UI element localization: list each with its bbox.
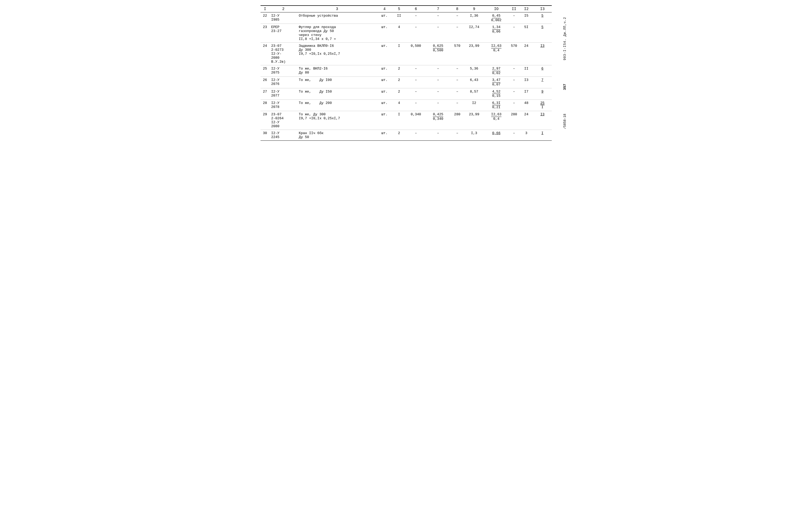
row-col6: – — [406, 88, 426, 100]
row-code: ЕРЕР 23-27 — [270, 24, 297, 43]
row-col11: 280 — [509, 111, 520, 130]
header-col-9: 9 — [464, 5, 484, 12]
table-row: 27 I2-У 2077 То же, Ду I50 шт. 2 – – – 8… — [261, 88, 552, 100]
fraction: 0,625 0,500 — [433, 44, 443, 52]
row-col13: 6 — [533, 65, 552, 77]
row-unit: шт. — [377, 65, 392, 77]
table-row: 30 I2-У 2245 Кран IIч 6бк Ду 50 шт. 2 – … — [261, 130, 552, 140]
row-col10: 4,52 0,15 — [484, 88, 509, 100]
row-unit: шт. — [377, 88, 392, 100]
row-col8: – — [450, 24, 464, 43]
row-code: 23-07 2-0273 I2-У- 2080 В.У.2в) — [270, 43, 297, 65]
header-row: I 2 3 4 5 6 7 8 9 IO II I2 I3 — [261, 5, 552, 12]
row-id: 28 — [261, 100, 270, 111]
fraction: I2,63 0,4 — [491, 44, 502, 52]
row-col10: I2,63 0,4 — [484, 111, 509, 130]
row-col6: 0,340 — [406, 111, 426, 130]
fraction: 1,34 0,06 — [492, 25, 501, 34]
row-col13: 5 — [533, 12, 552, 24]
row-col8: – — [450, 130, 464, 140]
row-unit: шт. — [377, 111, 392, 130]
header-col-12: I2 — [520, 5, 533, 12]
row-col13: I3 — [533, 111, 552, 130]
header-col-1: I — [261, 5, 270, 12]
row-code: I2-У 2075 — [270, 65, 297, 77]
row-id: 29 — [261, 111, 270, 130]
table-row: 26 I2-У 2076 То же, Ду I00 шт. 2 – – – 6… — [261, 77, 552, 88]
fraction: 25 I — [540, 101, 545, 109]
row-col10: 0,66 — [484, 130, 509, 140]
row-unit: шт. — [377, 43, 392, 65]
row-col10: 2,97 0,02 — [484, 65, 509, 77]
row-desc: Кран IIч 6бк Ду 50 — [297, 130, 377, 140]
row-desc: То же, Ду 300 I9,7 +I0,Ix 0,25xI,7 — [297, 111, 377, 130]
row-col7: – — [426, 65, 450, 77]
row-id: 22 — [261, 12, 270, 24]
row-col12: I7 — [520, 88, 533, 100]
row-col12: 3 — [520, 130, 533, 140]
row-col7: – — [426, 77, 450, 88]
row-col9: I2,74 — [464, 24, 484, 43]
row-col8: – — [450, 77, 464, 88]
row-col6: – — [406, 130, 426, 140]
row-col11: – — [509, 24, 520, 43]
row-col13: 5 — [533, 24, 552, 43]
row-col12: 5I — [520, 24, 533, 43]
row-code: I2-У 2077 — [270, 88, 297, 100]
row-col9: 23,99 — [464, 111, 484, 130]
row-col7: – — [426, 88, 450, 100]
row-col6: 0,500 — [406, 43, 426, 65]
row-col5: II — [392, 12, 406, 24]
row-col5: 2 — [392, 65, 406, 77]
row-id: 26 — [261, 77, 270, 88]
row-unit: шт. — [377, 24, 392, 43]
row-id: 25 — [261, 65, 270, 77]
header-col-3: 3 — [297, 5, 377, 12]
row-col8: – — [450, 65, 464, 77]
row-col7: 0,625 0,500 — [426, 43, 450, 65]
row-col8: 280 — [450, 111, 464, 130]
row-col8: – — [450, 88, 464, 100]
header-col-8: 8 — [450, 5, 464, 12]
row-col12: I5 — [520, 12, 533, 24]
row-col5: 2 — [392, 77, 406, 88]
row-col9: 8,57 — [464, 88, 484, 100]
row-code: 23-07 2-0264 I2-У 2080 — [270, 111, 297, 130]
table-row: 28 I2-У 2078 То же, Ду 200 шт. 4 – – – I… — [261, 100, 552, 111]
fraction: 0,45 0,002 — [491, 14, 502, 22]
table-row: 23 ЕРЕР 23-27 Футляр для прохода газопро… — [261, 24, 552, 43]
header-col-2: 2 — [270, 5, 297, 12]
row-code: I2-У 2076 — [270, 77, 297, 88]
row-col12: II — [520, 65, 533, 77]
row-col11: – — [509, 12, 520, 24]
fraction: 4,52 0,15 — [492, 90, 501, 98]
row-col11: – — [509, 88, 520, 100]
row-col10: 1,34 0,06 — [484, 24, 509, 43]
row-desc: То же, Ду I50 — [297, 88, 377, 100]
row-col8: – — [450, 12, 464, 24]
table-row: 29 23-07 2-0264 I2-У 2080 То же, Ду 300 … — [261, 111, 552, 130]
row-desc: Футляр для прохода газопровода Ду 50 чер… — [297, 24, 377, 43]
header-col-7: 7 — [426, 5, 450, 12]
header-col-10: IO — [484, 5, 509, 12]
row-col5: 2 — [392, 88, 406, 100]
row-col10: 3,47 0,07 — [484, 77, 509, 88]
table-row: 25 I2-У 2075 То же, ВКП2-I6 Ду 80 шт. 2 … — [261, 65, 552, 77]
fraction: 0,425 0,340 — [433, 112, 443, 121]
header-col-5: 5 — [392, 5, 406, 12]
header-col-13: I3 — [533, 5, 552, 12]
table-row: 24 23-07 2-0273 I2-У- 2080 В.У.2в) Задви… — [261, 43, 552, 65]
fraction: 3,47 0,07 — [492, 78, 501, 87]
row-col13: 7 — [533, 77, 552, 88]
row-col11: – — [509, 77, 520, 88]
fraction: I2,63 0,4 — [491, 112, 502, 121]
row-desc: Задвижка ВКЛП9-I6 Ду 300 I9,7 +I0,Ix 0,2… — [297, 43, 377, 65]
side-label-bottom: /5858-18 — [563, 114, 567, 129]
row-col9: I,36 — [464, 12, 484, 24]
row-col11: – — [509, 65, 520, 77]
row-code: I2-У 2078 — [270, 100, 297, 111]
row-col7: 0,425 0,340 — [426, 111, 450, 130]
row-id: 27 — [261, 88, 270, 100]
row-code: I2-У 2245 — [270, 130, 297, 140]
row-col8: 570 — [450, 43, 464, 65]
